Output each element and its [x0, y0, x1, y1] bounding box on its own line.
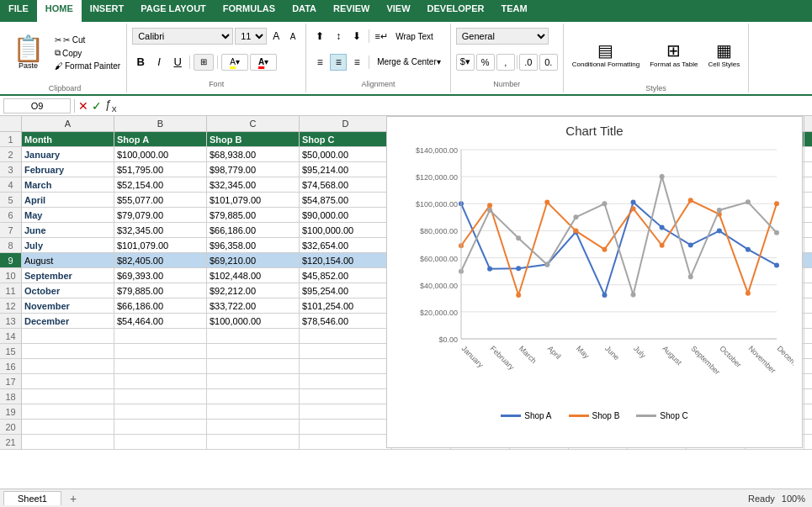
cell-r10-c1[interactable]: $69,393.00 — [114, 268, 207, 283]
cell-r11-c0[interactable]: October — [22, 283, 114, 298]
cell-r3-c3[interactable]: $95,214.00 — [300, 162, 392, 177]
cell-r12-c1[interactable]: $66,186.00 — [114, 298, 207, 314]
align-top-button[interactable]: ⬆ — [311, 28, 328, 45]
sheet-tab-1[interactable]: Sheet1 — [3, 491, 61, 505]
cell-r12-c0[interactable]: November — [22, 298, 114, 314]
cell-r13-c11[interactable] — [804, 314, 812, 329]
cell-r10-c0[interactable]: September — [22, 268, 114, 283]
cell-r17-c2[interactable] — [207, 374, 300, 389]
col-header-C[interactable]: C — [207, 116, 300, 131]
cell-r11-c1[interactable]: $79,885.00 — [114, 283, 207, 298]
cell-r19-c3[interactable] — [300, 404, 392, 420]
conditional-formatting-button[interactable]: ▤ Conditional Formatting — [569, 39, 643, 70]
cell-styles-button[interactable]: ▦ Cell Styles — [704, 39, 743, 70]
cell-r1-c3[interactable]: Shop C — [300, 132, 392, 147]
decrease-font-button[interactable]: A — [285, 28, 300, 45]
format-table-button[interactable]: ⊞ Format as Table — [646, 39, 701, 70]
cell-r21-c0[interactable] — [22, 435, 114, 450]
cell-r4-c11[interactable] — [804, 177, 812, 193]
cell-r11-c11[interactable] — [804, 283, 812, 298]
border-button[interactable]: ⊞ — [194, 54, 214, 71]
cell-r12-c2[interactable]: $33,722.00 — [207, 298, 300, 314]
align-right-button[interactable]: ≡ — [348, 54, 365, 71]
comma-button[interactable]: , — [496, 54, 515, 71]
cell-r18-c0[interactable] — [22, 389, 114, 404]
col-header-D[interactable]: D — [300, 116, 392, 131]
cell-r10-c3[interactable]: $45,852.00 — [300, 268, 392, 283]
cell-r6-c2[interactable]: $79,885.00 — [207, 208, 300, 223]
cell-r20-c1[interactable] — [114, 420, 207, 435]
cell-r16-c0[interactable] — [22, 359, 114, 374]
cell-r7-c3[interactable]: $100,000.00 — [300, 223, 392, 238]
cell-r18-c3[interactable] — [300, 389, 392, 404]
cell-r15-c0[interactable] — [22, 344, 114, 359]
cell-r21-c11[interactable] — [804, 435, 812, 450]
cell-r4-c1[interactable]: $52,154.00 — [114, 177, 207, 193]
cell-reference-input[interactable] — [3, 98, 71, 114]
cell-r6-c1[interactable]: $79,079.00 — [114, 208, 207, 223]
cell-r20-c2[interactable] — [207, 420, 300, 435]
cell-r7-c2[interactable]: $66,186.00 — [207, 223, 300, 238]
cell-r2-c1[interactable]: $100,000.00 — [114, 147, 207, 162]
font-name-select[interactable]: Calibri — [132, 28, 233, 45]
cell-r21-c2[interactable] — [207, 435, 300, 450]
cell-r19-c1[interactable] — [114, 404, 207, 420]
bold-button[interactable]: B — [132, 54, 149, 71]
ribbon-tab-page-layout[interactable]: PAGE LAYOUT — [132, 0, 215, 22]
cell-r9-c1[interactable]: $82,405.00 — [114, 253, 207, 268]
ribbon-tab-review[interactable]: REVIEW — [325, 0, 378, 22]
cell-r1-c11[interactable] — [804, 132, 812, 147]
paste-button[interactable]: 📋 Paste — [7, 32, 50, 74]
cell-r8-c1[interactable]: $101,079.00 — [114, 238, 207, 253]
cell-r8-c3[interactable]: $32,654.00 — [300, 238, 392, 253]
cell-r3-c0[interactable]: February — [22, 162, 114, 177]
cell-r6-c11[interactable] — [804, 208, 812, 223]
italic-button[interactable]: I — [151, 54, 167, 71]
cell-r10-c2[interactable]: $102,448.00 — [207, 268, 300, 283]
cell-r10-c11[interactable] — [804, 268, 812, 283]
ribbon-tab-view[interactable]: VIEW — [378, 0, 418, 22]
col-header-B[interactable]: B — [114, 116, 207, 131]
number-format-select[interactable]: General — [456, 28, 549, 45]
cut-button[interactable]: ✂ ✂ Cut — [52, 34, 123, 45]
cell-r15-c3[interactable] — [300, 344, 392, 359]
copy-button[interactable]: ⧉ Copy — [52, 47, 123, 59]
cell-r16-c1[interactable] — [114, 359, 207, 374]
cell-r19-c11[interactable] — [804, 404, 812, 420]
cell-r4-c2[interactable]: $32,345.00 — [207, 177, 300, 193]
cell-r20-c3[interactable] — [300, 420, 392, 435]
ribbon-tab-team[interactable]: TEAM — [492, 0, 535, 22]
cell-r8-c2[interactable]: $96,358.00 — [207, 238, 300, 253]
cell-r14-c0[interactable] — [22, 329, 114, 344]
cell-r21-c1[interactable] — [114, 435, 207, 450]
cell-r5-c1[interactable]: $55,077.00 — [114, 193, 207, 208]
cell-r20-c11[interactable] — [804, 420, 812, 435]
increase-decimal-button[interactable]: .0 — [519, 54, 538, 71]
cell-r14-c1[interactable] — [114, 329, 207, 344]
align-bottom-button[interactable]: ⬇ — [348, 28, 365, 45]
cell-r18-c11[interactable] — [804, 389, 812, 404]
cell-r7-c11[interactable] — [804, 223, 812, 238]
add-sheet-button[interactable]: + — [63, 490, 83, 507]
cell-r17-c0[interactable] — [22, 374, 114, 389]
cell-r13-c3[interactable]: $78,546.00 — [300, 314, 392, 329]
cell-r17-c1[interactable] — [114, 374, 207, 389]
cell-r17-c11[interactable] — [804, 374, 812, 389]
ribbon-tab-data[interactable]: DATA — [284, 0, 325, 22]
col-header-L[interactable]: L — [804, 116, 812, 131]
cell-r7-c1[interactable]: $32,345.00 — [114, 223, 207, 238]
cell-r5-c0[interactable]: April — [22, 193, 114, 208]
currency-button[interactable]: $▾ — [456, 54, 475, 71]
increase-font-button[interactable]: A — [268, 28, 284, 45]
cell-r16-c3[interactable] — [300, 359, 392, 374]
cell-r16-c11[interactable] — [804, 359, 812, 374]
cell-r8-c11[interactable] — [804, 238, 812, 253]
wrap-text-label[interactable]: Wrap Text — [391, 28, 438, 45]
col-header-A[interactable]: A — [22, 116, 114, 131]
cell-r5-c11[interactable] — [804, 193, 812, 208]
cell-r9-c0[interactable]: August — [22, 253, 114, 268]
cell-r2-c3[interactable]: $50,000.00 — [300, 147, 392, 162]
align-center-button[interactable]: ≡ — [330, 54, 347, 71]
ribbon-tab-insert[interactable]: INSERT — [82, 0, 132, 22]
cell-r15-c11[interactable] — [804, 344, 812, 359]
